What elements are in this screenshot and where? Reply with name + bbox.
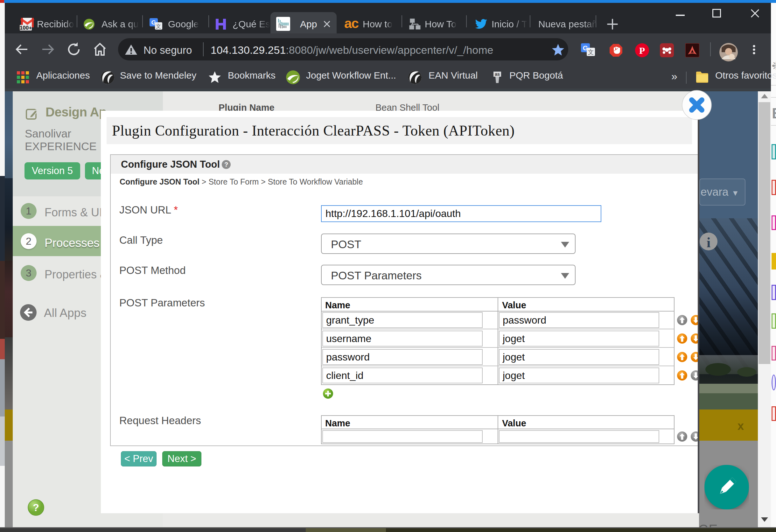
svg-text:?: ? (224, 161, 228, 168)
svg-text:文: 文 (588, 49, 594, 55)
svg-text:100+: 100+ (20, 25, 32, 31)
svg-text:文: 文 (156, 23, 161, 29)
svg-text:P: P (639, 45, 645, 56)
svg-text:as: as (495, 71, 500, 77)
svg-text:?: ? (33, 502, 39, 513)
